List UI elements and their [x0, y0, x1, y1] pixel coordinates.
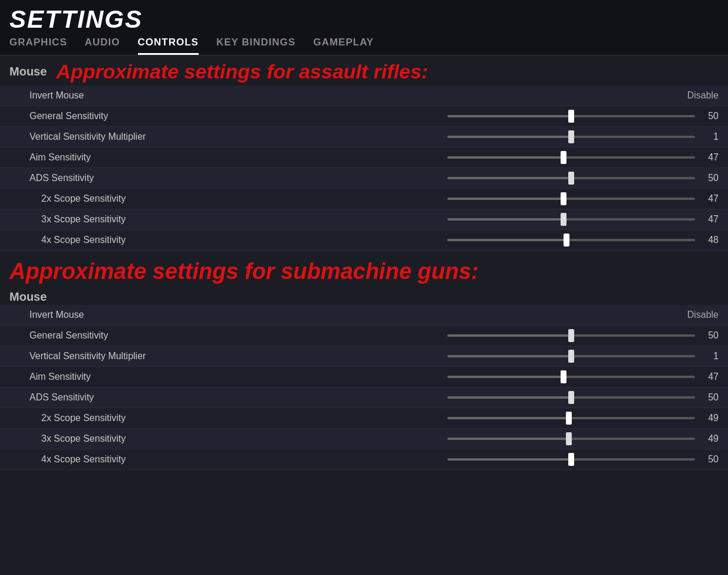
smg-group: Invert Mouse Disable General Sensitivity…	[0, 305, 728, 470]
content: Mouse Approximate settings for assault r…	[0, 55, 728, 470]
slider-track-ar-1[interactable]	[447, 136, 695, 138]
first-section-header: Mouse Approximate settings for assault r…	[0, 55, 728, 86]
slider-track-smg-6[interactable]	[447, 458, 695, 461]
slider-control-ar-5[interactable]: 47	[236, 214, 719, 225]
slider-thumb-ar-1[interactable]	[568, 130, 574, 143]
assault-rifles-heading: Approximate settings for assault rifles:	[56, 60, 428, 83]
slider-track-smg-2[interactable]	[447, 376, 695, 378]
slider-control-smg-1[interactable]: 1	[236, 351, 719, 362]
slider-fill-ar-2	[447, 156, 564, 159]
slider-value-smg-4: 49	[701, 413, 719, 423]
slider-thumb-ar-2[interactable]	[561, 151, 566, 164]
setting-row-ar-5: 3x Scope Sensitivity 47	[0, 209, 728, 230]
tab-controls[interactable]: CONTROLS	[138, 37, 199, 55]
tab-gameplay[interactable]: GAMEPLAY	[313, 37, 374, 55]
slider-track-ar-6[interactable]	[447, 239, 695, 241]
smg-mouse-label: Mouse	[0, 288, 728, 305]
slider-track-ar-2[interactable]	[447, 156, 695, 159]
slider-thumb-smg-2[interactable]	[561, 370, 566, 383]
slider-thumb-ar-3[interactable]	[568, 172, 574, 185]
slider-value-ar-5: 47	[701, 214, 719, 225]
slider-thumb-ar-6[interactable]	[564, 234, 569, 247]
slider-control-ar-6[interactable]: 48	[236, 235, 719, 245]
slider-control-ar-0[interactable]: 50	[236, 111, 719, 121]
slider-fill-smg-6	[447, 458, 571, 461]
invert-mouse-value-1[interactable]: Disable	[687, 90, 719, 101]
tab-graphics[interactable]: GRAPHICS	[9, 37, 67, 55]
slider-thumb-ar-0[interactable]	[568, 110, 574, 123]
setting-name-smg-2: Aim Sensitivity	[29, 372, 236, 382]
setting-name-smg-5: 3x Scope Sensitivity	[41, 433, 236, 444]
invert-mouse-row-1: Invert Mouse Disable	[0, 86, 728, 106]
slider-track-smg-1[interactable]	[447, 355, 695, 357]
setting-name-smg-0: General Sensitivity	[29, 330, 236, 341]
setting-row-ar-6: 4x Scope Sensitivity 48	[0, 230, 728, 251]
slider-value-ar-6: 48	[701, 235, 719, 245]
slider-thumb-smg-0[interactable]	[568, 329, 574, 342]
tab-audio[interactable]: AUDIO	[85, 37, 120, 55]
slider-value-ar-2: 47	[701, 152, 719, 163]
mouse-label-1: Mouse	[9, 65, 47, 78]
setting-row-smg-4: 2x Scope Sensitivity 49	[0, 408, 728, 429]
slider-value-ar-4: 47	[701, 193, 719, 204]
slider-control-smg-0[interactable]: 50	[236, 330, 719, 341]
slider-thumb-smg-6[interactable]	[568, 453, 574, 466]
slider-control-smg-4[interactable]: 49	[236, 413, 719, 423]
slider-control-smg-3[interactable]: 50	[236, 392, 719, 403]
slider-track-ar-5[interactable]	[447, 218, 695, 221]
slider-thumb-ar-5[interactable]	[561, 213, 566, 226]
setting-row-smg-6: 4x Scope Sensitivity 50	[0, 449, 728, 470]
invert-mouse-value-2[interactable]: Disable	[687, 310, 719, 320]
slider-value-smg-5: 49	[701, 433, 719, 444]
slider-control-ar-2[interactable]: 47	[236, 152, 719, 163]
setting-row-smg-2: Aim Sensitivity 47	[0, 367, 728, 387]
assault-rifles-group: Invert Mouse Disable General Sensitivity…	[0, 86, 728, 251]
slider-control-ar-3[interactable]: 50	[236, 173, 719, 183]
slider-value-ar-3: 50	[701, 173, 719, 183]
setting-name-ar-4: 2x Scope Sensitivity	[41, 193, 236, 204]
slider-thumb-smg-5[interactable]	[566, 432, 572, 445]
slider-value-smg-6: 50	[701, 454, 719, 465]
setting-name-ar-6: 4x Scope Sensitivity	[41, 235, 236, 245]
slider-value-smg-0: 50	[701, 330, 719, 341]
slider-value-smg-2: 47	[701, 372, 719, 382]
setting-row-smg-0: General Sensitivity 50	[0, 326, 728, 346]
invert-mouse-label-2: Invert Mouse	[29, 310, 236, 320]
slider-track-smg-0[interactable]	[447, 334, 695, 337]
slider-value-ar-0: 50	[701, 111, 719, 121]
slider-track-smg-5[interactable]	[447, 438, 695, 440]
slider-fill-ar-5	[447, 218, 564, 221]
slider-track-ar-0[interactable]	[447, 115, 695, 117]
setting-row-ar-2: Aim Sensitivity 47	[0, 147, 728, 168]
slider-track-ar-4[interactable]	[447, 198, 695, 200]
setting-row-smg-1: Vertical Sensitivity Multiplier 1	[0, 346, 728, 367]
setting-row-smg-5: 3x Scope Sensitivity 49	[0, 429, 728, 449]
slider-fill-ar-4	[447, 198, 564, 200]
slider-track-smg-3[interactable]	[447, 396, 695, 399]
slider-track-smg-4[interactable]	[447, 417, 695, 419]
setting-row-ar-0: General Sensitivity 50	[0, 106, 728, 127]
invert-mouse-control-1: Disable	[236, 90, 719, 101]
tabs-bar: GRAPHICS AUDIO CONTROLS KEY BINDINGS GAM…	[9, 33, 719, 55]
setting-name-ar-3: ADS Sensitivity	[29, 173, 236, 183]
slider-thumb-smg-3[interactable]	[568, 391, 574, 404]
slider-fill-ar-0	[447, 115, 571, 117]
invert-mouse-label-1: Invert Mouse	[29, 90, 236, 101]
slider-track-ar-3[interactable]	[447, 177, 695, 179]
slider-control-ar-4[interactable]: 47	[236, 193, 719, 204]
slider-control-ar-1[interactable]: 1	[236, 132, 719, 142]
setting-row-ar-4: 2x Scope Sensitivity 47	[0, 189, 728, 209]
setting-row-ar-3: ADS Sensitivity 50	[0, 168, 728, 189]
slider-control-smg-6[interactable]: 50	[236, 454, 719, 465]
slider-thumb-ar-4[interactable]	[561, 192, 566, 205]
smg-heading: Approximate settings for submachine guns…	[0, 251, 728, 288]
slider-control-smg-2[interactable]: 47	[236, 372, 719, 382]
tab-keybindings[interactable]: KEY BINDINGS	[216, 37, 296, 55]
setting-name-ar-5: 3x Scope Sensitivity	[41, 214, 236, 225]
header: SETTINGS GRAPHICS AUDIO CONTROLS KEY BIN…	[0, 0, 728, 55]
setting-name-smg-4: 2x Scope Sensitivity	[41, 413, 236, 423]
slider-thumb-smg-1[interactable]	[568, 350, 574, 363]
slider-thumb-smg-4[interactable]	[566, 412, 572, 425]
setting-name-smg-6: 4x Scope Sensitivity	[41, 454, 236, 465]
slider-control-smg-5[interactable]: 49	[236, 433, 719, 444]
